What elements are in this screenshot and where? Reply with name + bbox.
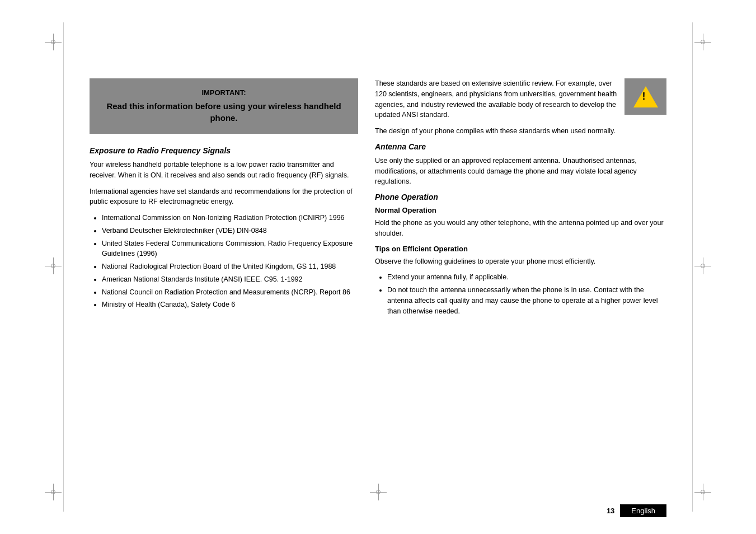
list-item: United States Federal Communications Com… [102,238,358,260]
page-container: IMPORTANT: Read this information before … [0,0,756,534]
warning-box [624,78,666,115]
border-left [63,22,64,512]
tips-bullet-list: Extend your antenna fully, if applicable… [375,272,666,316]
crosshair-mid-left [45,257,62,274]
content-area: IMPORTANT: Read this information before … [90,78,666,478]
standards-para1: These standards are based on extensive s… [375,78,619,120]
antenna-para: Use only the supplied or an approved rep… [375,156,666,187]
crosshair-top-left [45,34,62,50]
list-item: Extend your antenna fully, if applicable… [387,272,666,283]
left-column: IMPORTANT: Read this information before … [90,78,358,478]
list-item: Do not touch the antenna unnecessarily w… [387,285,666,316]
list-item: National Council on Radiation Protection… [102,287,358,298]
crosshair-bottom-left [45,484,62,500]
exposure-para1: Your wireless handheld portable telephon… [90,160,358,181]
normal-operation-para: Hold the phone as you would any other te… [375,218,666,239]
border-right [692,22,693,512]
list-item: Verband Deutscher Elektrotechniker (VDE)… [102,226,358,236]
crosshair-mid-right [694,257,711,274]
important-box: IMPORTANT: Read this information before … [90,78,358,134]
list-item: National Radiological Protection Board o… [102,261,358,272]
right-col-text: These standards are based on extensive s… [375,78,666,137]
list-item: American National Standards Institute (A… [102,274,358,285]
standards-para2: The design of your phone complies with t… [375,126,619,137]
phone-operation-heading: Phone Operation [375,193,666,202]
exposure-para2: International agencies have set standard… [90,186,358,208]
antenna-heading: Antenna Care [375,142,666,151]
page-footer: 13 English [90,504,666,517]
tips-para: Observe the following guidelines to oper… [375,256,666,267]
crosshair-bottom-right [694,484,711,500]
exposure-bullet-list: International Commission on Non-Ionizing… [90,213,358,310]
language-badge: English [620,504,666,517]
important-label: IMPORTANT: [103,88,345,97]
warning-triangle-icon [633,86,658,107]
exposure-heading: Exposure to Radio Frequency Signals [90,146,358,155]
normal-operation-subheading: Normal Operation [375,206,666,214]
right-column: These standards are based on extensive s… [375,78,666,478]
tips-subheading: Tips on Efficient Operation [375,245,666,253]
page-number: 13 [607,507,614,515]
list-item: Ministry of Health (Canada), Safety Code… [102,299,358,310]
crosshair-top-right [694,34,711,50]
list-item: International Commission on Non-Ionizing… [102,213,358,223]
important-title: Read this information before using your … [103,100,345,124]
crosshair-bottom-mid [370,484,387,500]
